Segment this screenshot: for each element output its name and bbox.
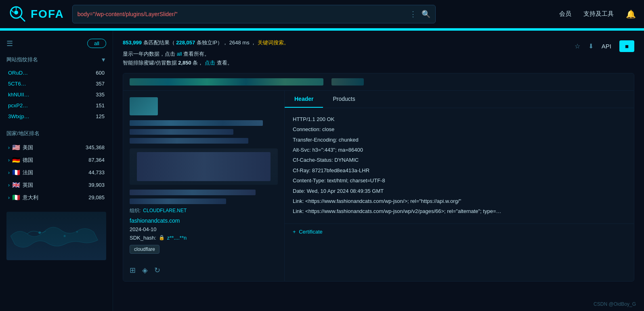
cert-plus-icon: + (293, 229, 296, 235)
tab-header[interactable]: Header (285, 91, 323, 108)
top-header: FOFA ⋮ 🔍 会员 支持及工具 🔔 (0, 0, 644, 28)
results-sub1: 显示一年内数据，点击 all 查看所有。 (123, 50, 289, 58)
search-icon[interactable]: 🔍 (422, 10, 430, 19)
keyword-search-link[interactable]: 关键词搜索。 (258, 40, 289, 46)
main-layout: ☰ all 网站指纹排名 ▼ ORuD…6005CT6…357khNUII…33… (0, 31, 644, 311)
sdk-value[interactable]: z**....**n (167, 235, 187, 241)
card-action-icons: ⊞ ◈ ↻ (130, 254, 278, 275)
fingerprint-list: ORuD…6005CT6…357khNUII…335pcxP2…1513Wtxj… (6, 67, 106, 122)
fingerprint-section-title: 网站指纹排名 ▼ (6, 56, 106, 63)
total-label: 条匹配结果（ (143, 40, 175, 46)
results-info: 853,999 条匹配结果（ 228,057 条独立IP）， 2648 ms ，… (123, 39, 289, 47)
lock-icon: 🔒 (159, 235, 165, 240)
svg-point-1 (14, 10, 18, 15)
honeypot-click[interactable]: 点击 (205, 60, 215, 66)
header-line: Cf-Ray: 87217bfed8ea413a-LHR (293, 166, 626, 175)
result-left-panel: 组织: CLOUDFLARE.NET fashionandcats.com 20… (123, 91, 285, 281)
country-item[interactable]: › 🇫🇷 法国 44,733 (6, 166, 106, 179)
org-label: 组织: (130, 207, 141, 214)
country-section-title: 国家/地区排名 (6, 130, 106, 137)
country-item[interactable]: › 🇮🇹 意大利 29,085 (6, 191, 106, 204)
org-row: 组织: CLOUDFLARE.NET (130, 207, 278, 214)
sidebar: ☰ all 网站指纹排名 ▼ ORuD…6005CT6…357khNUII…33… (0, 31, 113, 311)
country-item[interactable]: › 🇺🇸 美国 345,368 (6, 141, 106, 154)
time-suffix: ， (251, 40, 256, 46)
top-actions: ☆ ⬇ API ■ (575, 40, 634, 52)
header-line: Link: <https://www.fashionandcats.com/wp… (293, 207, 626, 216)
org-link[interactable]: CLOUDFLARE.NET (143, 208, 187, 213)
download-button[interactable]: ⬇ (588, 42, 594, 50)
header-content: HTTP/1.1 200 OKConnection: closeTransfer… (285, 108, 634, 223)
results-info-block: 853,999 条匹配结果（ 228,057 条独立IP）， 2648 ms ，… (123, 39, 289, 73)
nav-right: 会员 支持及工具 🔔 (559, 9, 636, 19)
cert-row: + Certificate (285, 223, 634, 240)
unique-label: 条独立IP）， (197, 40, 228, 46)
logo[interactable]: FOFA (8, 4, 64, 24)
section-divider (6, 122, 106, 130)
funnel-icon[interactable]: ▼ (101, 56, 106, 63)
map-area (6, 212, 106, 260)
certificate-link[interactable]: + Certificate (293, 229, 323, 235)
blurred-content-rows (130, 120, 278, 144)
nav-support[interactable]: 支持及工具 (583, 10, 614, 18)
all-link[interactable]: all (177, 51, 182, 57)
header-line: Alt-Svc: h3=":443"; ma=86400 (293, 145, 626, 154)
result-right-panel: Header Products HTTP/1.1 200 OKConnectio… (285, 91, 634, 281)
blurred-rows-2 (130, 190, 278, 204)
header-line: Cf-Cache-Status: DYNAMIC (293, 155, 626, 165)
country-item[interactable]: › 🇩🇪 德国 87,364 (6, 154, 106, 166)
header-line: Connection: close (293, 125, 626, 134)
logo-text: FOFA (31, 8, 64, 21)
total-count: 853,999 (123, 40, 142, 46)
blurred-extra-bar (331, 78, 364, 86)
sdk-row: SDK_hash: 🔒 z**....**n (130, 235, 278, 241)
fingerprint-item[interactable]: pcxP2…151 (6, 100, 106, 111)
results-honeypot: 智能排除蜜罐/仿冒数据 2,850 条， 点击 查看。 (123, 59, 289, 67)
filter-all-button[interactable]: all (87, 39, 106, 48)
refresh-icon[interactable]: ↻ (154, 266, 160, 275)
fingerprint-item[interactable]: ORuD…600 (6, 67, 106, 78)
result-card: 组织: CLOUDFLARE.NET fashionandcats.com 20… (123, 73, 634, 282)
sidebar-filter-row: ☰ all (6, 39, 106, 48)
blurred-favicon (130, 97, 158, 115)
search-icons: ⋮ 🔍 (409, 10, 430, 19)
grid-icon[interactable]: ⊞ (130, 266, 136, 275)
blue-action-button[interactable]: ■ (619, 40, 634, 52)
content-area: 853,999 条匹配结果（ 228,057 条独立IP）， 2648 ms ，… (113, 31, 644, 311)
fingerprint-item[interactable]: 5CT6…357 (6, 78, 106, 89)
unique-count: 228,057 (176, 40, 195, 46)
api-button[interactable]: API (602, 43, 611, 50)
header-line: HTTP/1.1 200 OK (293, 115, 626, 124)
fingerprint-item[interactable]: 3Wtxjp…125 (6, 111, 106, 122)
time-ms: 2648 ms (229, 40, 250, 46)
blurred-preview (130, 148, 278, 185)
honeypot-count: 2,850 (178, 60, 191, 66)
svg-line-3 (11, 10, 14, 13)
search-bar[interactable]: ⋮ 🔍 (72, 5, 436, 23)
nav-member[interactable]: 会员 (559, 10, 571, 18)
domain-link[interactable]: fashionandcats.com (130, 217, 278, 224)
search-input[interactable] (78, 11, 409, 17)
svg-point-6 (64, 235, 66, 237)
svg-point-7 (76, 231, 78, 233)
star-button[interactable]: ☆ (575, 42, 580, 50)
svg-line-2 (20, 17, 25, 21)
header-line: Date: Wed, 10 Apr 2024 08:49:35 GMT (293, 186, 626, 196)
country-list: › 🇺🇸 美国 345,368 › 🇩🇪 德国 87,364 › 🇫🇷 法国 4… (6, 141, 106, 204)
header-line: Content-Type: text/html; charset=UTF-8 (293, 176, 626, 185)
header-line: Transfer-Encoding: chunked (293, 135, 626, 144)
tab-products[interactable]: Products (323, 91, 365, 108)
country-item[interactable]: › 🇬🇧 英国 39,903 (6, 179, 106, 191)
fingerprint-item[interactable]: khNUII…335 (6, 89, 106, 100)
cube-icon[interactable]: ◈ (142, 266, 148, 275)
sdk-label: SDK_hash: (130, 235, 156, 241)
result-card-header (123, 73, 634, 91)
date-row: 2024-04-10 (130, 226, 278, 232)
cert-label: Certificate (299, 229, 323, 235)
header-line: Link: <https://www.fashionandcats.com/wp… (293, 196, 626, 206)
result-card-body: 组织: CLOUDFLARE.NET fashionandcats.com 20… (123, 91, 634, 281)
svg-point-5 (38, 232, 41, 234)
options-icon[interactable]: ⋮ (409, 10, 417, 19)
filter-icon[interactable]: ☰ (6, 39, 13, 48)
nav-bell-icon[interactable]: 🔔 (626, 9, 636, 19)
